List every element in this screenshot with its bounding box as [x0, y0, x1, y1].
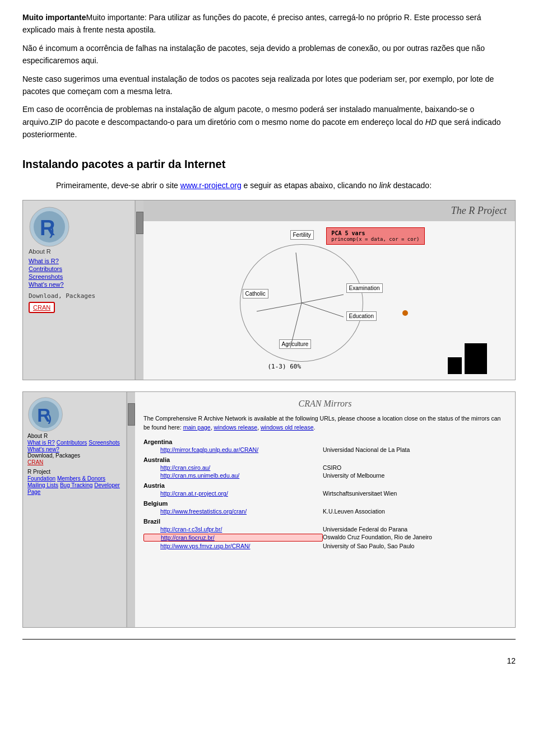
mirror-url-fiocruz[interactable]: http://cran.fiocruz.br/	[143, 534, 323, 542]
cran-sidebar-whatis-link[interactable]: What is R?	[27, 440, 55, 446]
paragraph-4: Em caso de ocorrência de problemas na in…	[22, 103, 516, 141]
mirror-inst-freestatistics: K.U.Leuven Association	[323, 508, 507, 515]
sidebar-cran-link[interactable]: CRAN	[33, 304, 50, 311]
country-brazil: Brazil	[143, 518, 507, 525]
cran-sidebar-scrollbar[interactable]	[127, 392, 135, 627]
cran-scrollbar-thumb[interactable]	[128, 403, 135, 426]
svg-line-7	[302, 303, 344, 317]
cran-mainpage-link[interactable]: main page	[183, 424, 211, 431]
mirror-url-fcaglp[interactable]: http://mirror.fcaglp.unlp.edu.ar/CRAN/	[143, 446, 323, 453]
cran-sidebar-bugtracking-link[interactable]: Bug Tracking	[60, 482, 92, 488]
svg-line-4	[296, 253, 302, 303]
r-project-link[interactable]: www.r-project.org	[180, 181, 242, 190]
cran-sidebar-cran-link[interactable]: CRAN	[27, 459, 43, 465]
sidebar-screenshots-link[interactable]: Screenshots	[29, 273, 129, 280]
sidebar-download-label: Download, Packages	[29, 292, 129, 300]
black-bar-small	[448, 357, 462, 374]
paragraph-1: Muito importanteMuito importante: Para u…	[22, 11, 516, 36]
cran-sidebar-whatsnew-link[interactable]: What's new?	[27, 446, 59, 452]
paragraph-2: Não é incomum a ocorrência de falhas na …	[22, 42, 516, 67]
page-number: 12	[22, 656, 516, 665]
mirror-url-wu[interactable]: http://cran.at.r-project.org/	[143, 490, 323, 497]
sidebar-about-label: About R	[29, 248, 129, 255]
mirror-inst-usp: University of Sao Paulo, Sao Paulo	[323, 543, 507, 549]
cran-sidebar-rproject-label: R Project	[27, 469, 122, 475]
pca-label-fertility: Fertility	[290, 230, 314, 240]
cran-mirrors-title: CRAN Mirrors	[143, 399, 507, 409]
cran-sidebar-screenshots-link[interactable]: Screenshots	[89, 440, 120, 446]
rproject-header-title: The R Project	[143, 200, 515, 221]
sidebar-scrollbar[interactable]	[135, 200, 143, 380]
mirror-row-usp: http://www.vps.fmvz.usp.br/CRAN/ Univers…	[143, 543, 507, 549]
mirror-row-ufpr: http://cran-r.c3sl.ufpr.br/ Universidade…	[143, 526, 507, 533]
sidebar-whatsnew-link[interactable]: What's new?	[29, 281, 129, 288]
cran-sidebar-about-label: About R	[27, 433, 122, 439]
country-belgium: Belgium	[143, 500, 507, 507]
paragraph-3: Neste caso sugerimos uma eventual instal…	[22, 73, 516, 98]
country-argentina: Argentina	[143, 438, 507, 445]
cran-winrelease-link[interactable]: windows release	[214, 424, 258, 431]
mirror-row-fcaglp: http://mirror.fcaglp.unlp.edu.ar/CRAN/ U…	[143, 446, 507, 453]
mirror-inst-fcaglp: Universidad Nacional de La Plata	[323, 446, 507, 453]
svg-line-8	[290, 303, 302, 348]
cran-intro-text: The Comprehensive R Archive Network is a…	[143, 414, 507, 432]
svg-line-6	[302, 295, 344, 303]
indent-block-1: Primeiramente, deve-se abrir o site www.…	[56, 179, 516, 192]
cran-sidebar-contributors-link[interactable]: Contributors	[57, 440, 87, 446]
pca-title-line2: princomp(x = data, cor = cor)	[331, 236, 419, 242]
pca-percent-label: (1-3) 60%	[268, 363, 302, 370]
pca-chart: PCA 5 vars princomp(x = data, cor = cor)…	[234, 227, 425, 373]
section-heading-internet: Instalando pacotes a partir da Internet	[22, 158, 516, 171]
r-logo-icon: R )	[29, 206, 71, 248]
mirror-inst-ufpr: Universidade Federal do Parana	[323, 526, 507, 533]
svg-text:): )	[48, 412, 51, 424]
rproject-body: PCA 5 vars princomp(x = data, cor = cor)…	[143, 221, 515, 380]
pca-orange-dot	[402, 310, 408, 316]
mirror-inst-wu: Wirtschaftsuniversitaet Wien	[323, 490, 507, 497]
pca-title-box: PCA 5 vars princomp(x = data, cor = cor)	[326, 227, 424, 245]
scrollbar-thumb[interactable]	[136, 212, 143, 234]
rproject-sidebar: R ) About R What is R? Contributors Scre…	[23, 200, 135, 380]
mirror-row-csiro: http://cran.csiro.au/ CSIRO	[143, 464, 507, 471]
mirror-inst-unimelb: University of Melbourne	[323, 472, 507, 479]
mirror-url-csiro[interactable]: http://cran.csiro.au/	[143, 464, 323, 471]
rproject-screenshot-inner: R ) About R What is R? Contributors Scre…	[23, 200, 515, 380]
sidebar-contributors-link[interactable]: Contributors	[29, 265, 129, 272]
mirror-url-freestatistics[interactable]: http://www.freestatistics.org/cran/	[143, 508, 323, 515]
rproject-main-content: The R Project PCA 5 vars princomp(x = da…	[143, 200, 515, 380]
cran-sidebar-foundation-link[interactable]: Foundation	[27, 475, 55, 482]
cran-sidebar-download-label: Download, Packages	[27, 452, 122, 459]
bottom-line	[22, 639, 516, 640]
screenshot-cran-mirrors: R ) About R What is R? Contributors Scre…	[22, 391, 516, 628]
mirror-url-usp[interactable]: http://www.vps.fmvz.usp.br/CRAN/	[143, 543, 323, 549]
cran-winoldrelease-link[interactable]: windows old release	[261, 424, 314, 431]
svg-line-5	[257, 303, 302, 311]
cran-sidebar-mailing-link[interactable]: Mailing Lists	[27, 482, 58, 488]
mirror-row-unimelb: http://cran.ms.unimelb.edu.au/ Universit…	[143, 472, 507, 479]
mirror-row-fiocruz: http://cran.fiocruz.br/ Oswaldo Cruz Fou…	[143, 534, 507, 542]
cran-main-content: CRAN Mirrors The Comprehensive R Archive…	[135, 392, 515, 627]
country-australia: Australia	[143, 456, 507, 463]
pca-title-line1: PCA 5 vars	[331, 230, 419, 236]
cran-sidebar-members-link[interactable]: Members & Donors	[57, 475, 105, 482]
pca-arrows-svg	[240, 244, 363, 362]
first-step-text: Primeiramente, deve-se abrir o site www.…	[56, 179, 516, 192]
cran-r-logo-icon: R )	[27, 396, 64, 433]
mirror-url-unimelb[interactable]: http://cran.ms.unimelb.edu.au/	[143, 472, 323, 479]
screenshot-rproject: R ) About R What is R? Contributors Scre…	[22, 200, 516, 380]
bold-important: Muito importante	[22, 13, 86, 22]
mirror-row-freestatistics: http://www.freestatistics.org/cran/ K.U.…	[143, 508, 507, 515]
mirror-url-ufpr[interactable]: http://cran-r.c3sl.ufpr.br/	[143, 526, 323, 533]
mirror-inst-fiocruz: Oswaldo Cruz Foundation, Rio de Janeiro	[323, 534, 507, 542]
mirror-inst-csiro: CSIRO	[323, 464, 507, 471]
black-bar-decoration	[465, 343, 487, 374]
cran-screenshot-inner: R ) About R What is R? Contributors Scre…	[23, 392, 515, 627]
mirror-row-wu: http://cran.at.r-project.org/ Wirtschaft…	[143, 490, 507, 497]
cran-sidebar: R ) About R What is R? Contributors Scre…	[23, 392, 127, 627]
country-austria: Austria	[143, 482, 507, 489]
sidebar-whatis-link[interactable]: What is R?	[29, 258, 129, 264]
